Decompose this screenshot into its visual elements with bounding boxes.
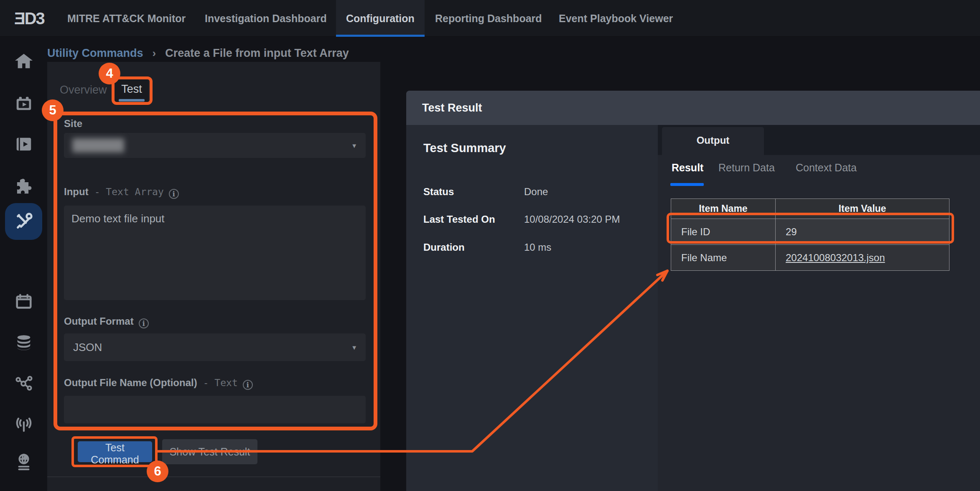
output-format-value: JSON	[73, 341, 102, 354]
output-file-name-type-hint: - Text	[203, 377, 238, 388]
input-textarea[interactable]: Demo text file input	[64, 206, 366, 300]
tab-test[interactable]: Test	[115, 78, 148, 105]
result-table: Item Name Item Value File ID 29 File Nam…	[671, 198, 949, 271]
summary-status-label: Status	[423, 186, 454, 198]
table-row-file-id: File ID 29	[671, 219, 949, 245]
app-screen: ƎD3 MITRE ATT&CK Monitor Investigation D…	[0, 0, 980, 491]
site-select[interactable]: ▼	[64, 133, 366, 158]
output-format-select[interactable]: JSON ▼	[64, 333, 366, 361]
tab-output[interactable]: Output	[662, 127, 764, 155]
test-result-header: Test Result	[406, 91, 980, 125]
output-region: Output Result Return Data Context Data I…	[658, 125, 980, 491]
subtab-context-data[interactable]: Context Data	[796, 162, 857, 174]
info-icon[interactable]: i	[169, 189, 179, 199]
output-file-name-label: Output File Name (Optional)- Texti	[64, 377, 253, 390]
input-label: Input- Text Arrayi	[64, 186, 179, 199]
nav-mitre-attack-monitor[interactable]: MITRE ATT&CK Monitor	[67, 0, 186, 37]
test-result-title: Test Result	[422, 91, 482, 125]
network-nodes-icon	[14, 374, 33, 393]
globe-lines-icon	[14, 453, 33, 472]
calendar-icon	[14, 292, 33, 311]
home-icon	[14, 51, 33, 71]
column-header-item-name: Item Name	[671, 199, 776, 219]
nav-reporting-dashboard[interactable]: Reporting Dashboard	[435, 0, 542, 37]
sidebar-item-calendar[interactable]	[0, 283, 47, 320]
input-type-hint: - Text Array	[94, 186, 164, 197]
database-icon	[14, 333, 33, 352]
sidebar-item-connections[interactable]	[0, 365, 47, 402]
table-row-file-name: File Name 20241008032013.json	[671, 245, 949, 271]
d3-logo[interactable]: ƎD3	[14, 0, 44, 37]
cell-file-id-name: File ID	[671, 219, 776, 245]
nav-configuration[interactable]: Configuration	[336, 0, 425, 37]
column-header-item-value: Item Value	[776, 199, 949, 219]
sidebar-item-playbook-library[interactable]	[0, 126, 47, 163]
nav-investigation-dashboard[interactable]: Investigation Dashboard	[205, 0, 327, 37]
sidebar-item-event-intake[interactable]	[0, 406, 47, 443]
summary-last-tested-label: Last Tested On	[423, 214, 495, 225]
test-summary-heading: Test Summary	[423, 141, 506, 155]
site-value-redacted	[72, 138, 124, 153]
chevron-down-icon: ▼	[351, 344, 357, 351]
sidebar-item-home[interactable]	[0, 43, 47, 79]
breadcrumb-parent-link[interactable]: Utility Commands	[47, 47, 143, 60]
sidebar	[0, 37, 47, 491]
table-header-row: Item Name Item Value	[671, 199, 949, 219]
command-test-panel: Overview Test Site ▼ Input- Text Arrayi …	[47, 62, 380, 491]
test-command-button[interactable]: Test Command	[78, 441, 152, 462]
subtab-result[interactable]: Result	[672, 162, 703, 174]
summary-last-tested-value: 10/08/2024 03:20 PM	[524, 214, 620, 225]
file-download-link[interactable]: 20241008032013.json	[786, 252, 885, 263]
tab-test-label: Test	[115, 83, 148, 96]
subtab-return-data[interactable]: Return Data	[718, 162, 775, 174]
site-label: Site	[64, 118, 82, 130]
cell-file-name-name: File Name	[671, 245, 776, 271]
breadcrumb-separator: ›	[153, 47, 156, 60]
sidebar-item-incident-report[interactable]	[0, 483, 47, 491]
tools-icon	[14, 212, 33, 231]
output-format-label: Output Formati	[64, 315, 149, 328]
show-test-result-button[interactable]: Show Test Result	[162, 439, 257, 464]
calendar-play-icon	[14, 94, 33, 113]
tab-test-active-underline	[119, 99, 145, 102]
cell-file-name-value: 20241008032013.json	[776, 245, 949, 271]
sidebar-item-scheduled-playbook[interactable]	[0, 85, 47, 122]
tab-output-label: Output	[697, 135, 730, 146]
summary-duration-value: 10 ms	[524, 242, 551, 253]
sidebar-item-integrations[interactable]	[0, 168, 47, 205]
cell-file-id-value: 29	[776, 219, 949, 245]
sidebar-item-web-security[interactable]	[0, 444, 47, 481]
chevron-down-icon: ▼	[351, 142, 357, 149]
top-nav: ƎD3 MITRE ATT&CK Monitor Investigation D…	[0, 0, 980, 37]
summary-duration-label: Duration	[423, 242, 465, 253]
breadcrumb: Utility Commands › Create a File from in…	[47, 42, 349, 64]
antenna-broadcast-icon	[14, 415, 33, 434]
sidebar-item-data-management[interactable]	[0, 324, 47, 361]
panel-divider	[47, 476, 380, 477]
breadcrumb-current-page: Create a File from input Text Array	[165, 47, 349, 60]
info-icon[interactable]: i	[243, 380, 253, 390]
test-result-modal: Test Result Test Summary Status Done Las…	[406, 91, 980, 491]
video-book-icon	[14, 135, 33, 154]
tab-overview[interactable]: Overview	[60, 84, 107, 97]
sidebar-item-utility-commands[interactable]	[0, 203, 47, 240]
summary-status-value: Done	[524, 186, 548, 198]
nav-event-playbook-viewer[interactable]: Event Playbook Viewer	[559, 0, 673, 37]
subtab-result-active-underline	[670, 183, 704, 186]
info-icon[interactable]: i	[139, 318, 149, 328]
output-file-name-input[interactable]	[64, 396, 366, 423]
puzzle-icon	[14, 177, 33, 196]
